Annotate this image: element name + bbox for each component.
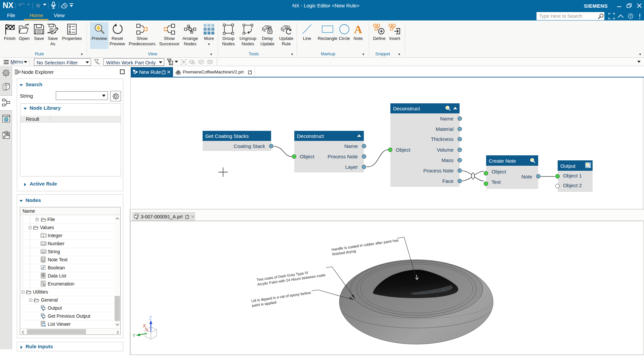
svg-text:?: ? [630,14,632,18]
svg-text:Y: Y [132,333,136,338]
svg-text:X: X [143,323,146,328]
svg-text:1.2: 1.2 [42,243,45,245]
svg-text:A: A [354,23,362,35]
svg-text:ac: ac [42,250,45,253]
svg-text:1: 1 [43,234,44,237]
svg-text:Z: Z [149,315,152,320]
svg-text:A: A [42,257,43,260]
